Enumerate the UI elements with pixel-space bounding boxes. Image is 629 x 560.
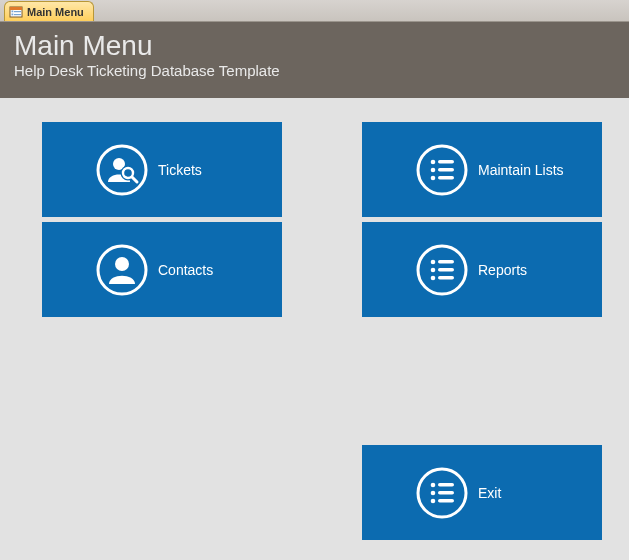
- svg-point-18: [431, 175, 436, 180]
- list-icon: [416, 144, 468, 196]
- tile-label: Reports: [478, 262, 527, 278]
- svg-point-28: [431, 482, 436, 487]
- svg-rect-24: [438, 268, 454, 272]
- svg-point-21: [431, 259, 436, 264]
- tile-label: Contacts: [158, 262, 213, 278]
- content-area: Tickets Contacts Maintain Lists: [0, 98, 629, 560]
- svg-rect-17: [438, 168, 454, 172]
- tab-strip: Main Menu: [0, 0, 629, 22]
- svg-rect-26: [438, 276, 454, 280]
- svg-rect-29: [438, 483, 454, 487]
- svg-rect-31: [438, 491, 454, 495]
- svg-point-32: [431, 498, 436, 503]
- svg-rect-4: [12, 10, 14, 12]
- reports-button[interactable]: Reports: [362, 222, 602, 317]
- header: Main Menu Help Desk Ticketing Database T…: [0, 22, 629, 98]
- tab-label: Main Menu: [27, 6, 84, 18]
- svg-rect-5: [12, 13, 14, 15]
- page-title: Main Menu: [14, 30, 615, 62]
- svg-rect-1: [10, 7, 22, 10]
- svg-point-16: [431, 167, 436, 172]
- tile-label: Exit: [478, 485, 501, 501]
- svg-point-12: [115, 257, 129, 271]
- list-icon: [416, 467, 468, 519]
- tile-label: Tickets: [158, 162, 202, 178]
- tickets-button[interactable]: Tickets: [42, 122, 282, 217]
- svg-rect-19: [438, 176, 454, 180]
- svg-rect-22: [438, 260, 454, 264]
- svg-point-23: [431, 267, 436, 272]
- contacts-button[interactable]: Contacts: [42, 222, 282, 317]
- svg-rect-33: [438, 499, 454, 503]
- tab-main-menu[interactable]: Main Menu: [4, 1, 94, 21]
- svg-point-30: [431, 490, 436, 495]
- tile-label: Maintain Lists: [478, 162, 564, 178]
- form-icon: [9, 5, 23, 19]
- svg-point-25: [431, 275, 436, 280]
- svg-rect-3: [14, 14, 21, 15]
- svg-rect-15: [438, 160, 454, 164]
- person-search-icon: [96, 144, 148, 196]
- svg-rect-2: [14, 11, 21, 12]
- svg-line-10: [132, 177, 137, 182]
- list-icon: [416, 244, 468, 296]
- maintain-lists-button[interactable]: Maintain Lists: [362, 122, 602, 217]
- exit-button[interactable]: Exit: [362, 445, 602, 540]
- person-icon: [96, 244, 148, 296]
- page-subtitle: Help Desk Ticketing Database Template: [14, 62, 615, 79]
- svg-point-14: [431, 159, 436, 164]
